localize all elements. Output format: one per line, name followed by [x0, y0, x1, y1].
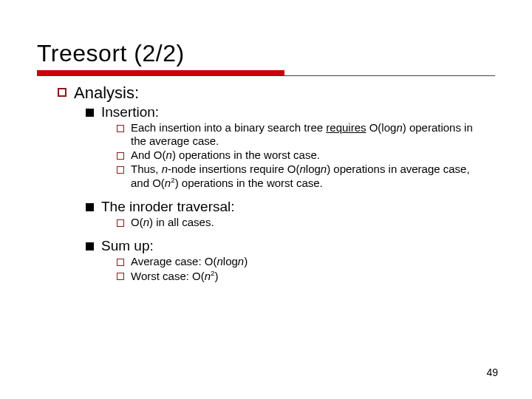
- page-number: 49: [486, 366, 498, 378]
- title-rule-red: [37, 70, 284, 75]
- title-rule-thin: [37, 75, 495, 76]
- insertion-heading: Insertion:: [86, 104, 495, 120]
- traversal-point-1: O(n) in all cases.: [117, 216, 495, 229]
- insertion-point-1: Each insertion into a binary search tree…: [117, 121, 495, 148]
- square-open-bullet-icon: [117, 273, 124, 280]
- insertion-point-2-text: And O(n) operations in the worst case.: [131, 149, 320, 162]
- sumup-heading: Sum up:: [86, 238, 495, 254]
- traversal-heading: The inroder traversal:: [86, 199, 495, 215]
- slide: Treesort (2/2) Analysis: Insertion: Each…: [0, 0, 532, 399]
- insertion-point-2: And O(n) operations in the worst case.: [117, 149, 495, 162]
- square-open-bullet-icon: [117, 219, 124, 227]
- sumup-label: Sum up:: [101, 238, 154, 254]
- insertion-point-3-text: Thus, n-node insertions require O(nlogn)…: [131, 163, 480, 190]
- sumup-average-text: Average case: O(nlogn): [131, 255, 248, 268]
- square-open-bullet-icon: [117, 166, 124, 174]
- square-solid-bullet-icon: [86, 203, 94, 211]
- square-open-bullet-icon: [58, 88, 66, 97]
- insertion-point-1-text: Each insertion into a binary search tree…: [131, 121, 480, 148]
- square-open-bullet-icon: [117, 125, 124, 132]
- analysis-label: Analysis:: [74, 83, 139, 103]
- insertion-point-3: Thus, n-node insertions require O(nlogn)…: [117, 163, 495, 190]
- square-solid-bullet-icon: [86, 109, 94, 117]
- square-open-bullet-icon: [117, 152, 124, 160]
- square-solid-bullet-icon: [86, 242, 94, 250]
- sumup-worst-text: Worst case: O(n2): [131, 269, 219, 283]
- slide-title: Treesort (2/2): [37, 40, 495, 67]
- sumup-worst: Worst case: O(n2): [117, 269, 495, 283]
- square-open-bullet-icon: [117, 259, 124, 266]
- insertion-label: Insertion:: [101, 104, 159, 120]
- analysis-heading: Analysis:: [58, 83, 495, 103]
- traversal-point-1-text: O(n) in all cases.: [131, 216, 214, 229]
- sumup-average: Average case: O(nlogn): [117, 255, 495, 268]
- traversal-label: The inroder traversal:: [101, 199, 235, 215]
